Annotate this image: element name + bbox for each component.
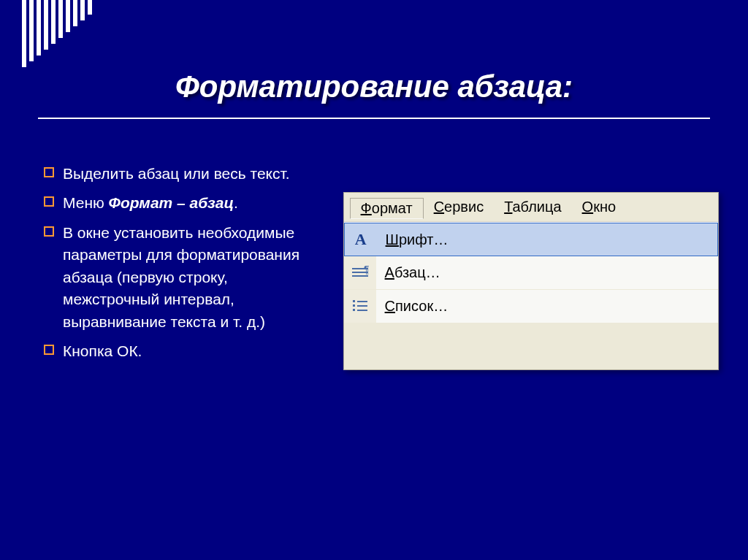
menu-item[interactable]: Абзац…	[344, 256, 718, 290]
menu-таблица[interactable]: Таблица	[494, 197, 571, 218]
menu-item-label: Абзац…	[385, 264, 440, 281]
menu-item-label: Список…	[385, 298, 449, 315]
menu-формат[interactable]: Формат	[350, 198, 424, 219]
decorative-bars	[22, 0, 92, 67]
bullet-list: Выделить абзац или весь текст.Меню Форма…	[29, 163, 314, 370]
bullet-text: Меню Формат – абзац.	[63, 192, 314, 214]
dropdown: AШрифт…Абзац…Список…	[344, 222, 718, 323]
menu-item[interactable]: Список…	[344, 290, 718, 323]
bullet-text: В окне установить необходимые параметры …	[63, 222, 314, 333]
menu-overflow	[626, 197, 646, 218]
bullet-item: Выделить абзац или весь текст.	[44, 163, 314, 185]
bullet-text: Выделить абзац или весь текст.	[63, 163, 314, 185]
bullet-square-icon	[44, 345, 54, 355]
bullet-item: Меню Формат – абзац.	[44, 192, 314, 214]
list-icon-icon	[344, 290, 376, 323]
para-icon-icon	[344, 256, 376, 289]
bullet-square-icon	[44, 196, 54, 207]
menu-окно[interactable]: Окно	[572, 197, 626, 218]
bullet-ul: Выделить абзац или весь текст.Меню Форма…	[44, 163, 314, 363]
slide-title: Форматирование абзаца:	[0, 0, 748, 104]
font-A-icon: A	[345, 223, 377, 256]
bullet-square-icon	[44, 167, 54, 177]
bullet-item: В окне установить необходимые параметры …	[44, 222, 314, 333]
menu-item[interactable]: AШрифт…	[344, 223, 718, 256]
menu-сервис[interactable]: Сервис	[424, 197, 495, 218]
menubar: ФорматСервисТаблицаОкно	[344, 193, 718, 222]
bullet-text: Кнопка ОК.	[63, 340, 314, 362]
menu-screenshot: ФорматСервисТаблицаОкно AШрифт…Абзац…Спи…	[343, 192, 719, 370]
bullet-item: Кнопка ОК.	[44, 340, 314, 362]
menu-item-label: Шрифт…	[386, 231, 449, 248]
content-area: Выделить абзац или весь текст.Меню Форма…	[0, 119, 748, 370]
bullet-square-icon	[44, 226, 54, 237]
